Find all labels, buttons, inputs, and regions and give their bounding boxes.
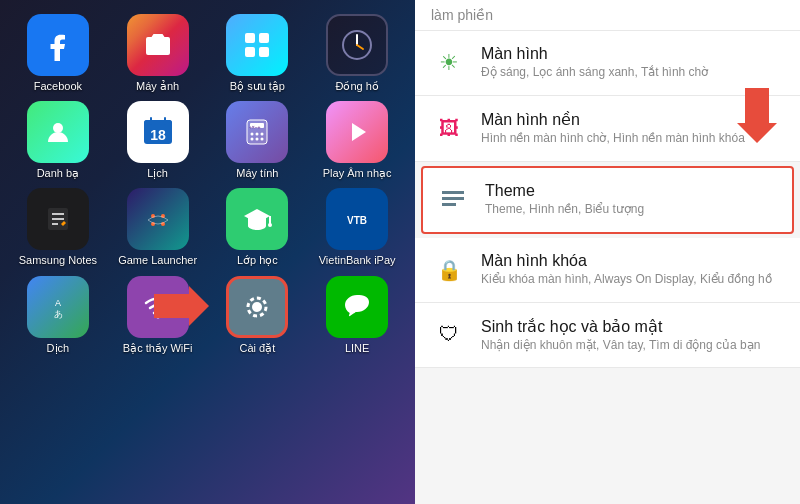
biometrics-text: Sinh trắc học và bảo mật Nhận diện khuôn… [481, 317, 760, 354]
app-vietinbank[interactable]: VTB VietinBank iPay [311, 188, 403, 267]
school-icon [226, 188, 288, 250]
contacts-icon [27, 101, 89, 163]
svg-point-18 [261, 133, 264, 136]
wallpaper-icon: 🖼 [439, 117, 459, 140]
theme-inner: Theme Theme, Hình nền, Biểu tượng [423, 168, 792, 232]
settings-display-item[interactable]: ☀ Màn hình Độ sáng, Lọc ánh sáng xanh, T… [415, 31, 800, 96]
svg-point-17 [256, 133, 259, 136]
biometrics-icon: 🛡 [439, 323, 459, 346]
svg-rect-0 [245, 33, 255, 43]
svg-text:÷×−+: ÷×−+ [249, 124, 261, 130]
biometrics-title: Sinh trắc học và bảo mật [481, 317, 760, 336]
svg-rect-42 [442, 191, 464, 194]
app-line[interactable]: LINE [311, 276, 403, 355]
wallpaper-title: Màn hình nền [481, 110, 745, 129]
lockscreen-subtitle: Kiểu khóa màn hình, Always On Display, K… [481, 272, 772, 288]
app-calculator[interactable]: ÷×−+ Máy tính [212, 101, 304, 180]
app-settings[interactable]: Cài đặt [212, 276, 304, 355]
settings-label: Cài đặt [240, 342, 276, 355]
calculator-icon: ÷×−+ [226, 101, 288, 163]
wallpaper-icon-wrap: 🖼 [431, 110, 467, 146]
theme-title: Theme [485, 182, 644, 200]
calculator-label: Máy tính [236, 167, 278, 180]
svg-text:A: A [55, 298, 61, 308]
gallery-label: Bộ sưu tập [230, 80, 285, 93]
app-music[interactable]: Play Âm nhạc [311, 101, 403, 180]
svg-point-21 [261, 138, 264, 141]
translate-icon: A あ [27, 276, 89, 338]
line-icon [326, 276, 388, 338]
theme-icon-wrap [435, 182, 471, 218]
svg-point-7 [53, 123, 63, 133]
svg-point-33 [268, 223, 272, 227]
svg-text:あ: あ [53, 309, 62, 319]
notes-icon [27, 188, 89, 250]
svg-text:18: 18 [150, 127, 166, 143]
svg-point-16 [251, 133, 254, 136]
calendar-icon: 18 [127, 101, 189, 163]
clock-icon [326, 14, 388, 76]
svg-rect-44 [442, 203, 456, 206]
app-contacts[interactable]: Danh bạ [12, 101, 104, 180]
settings-theme-highlighted[interactable]: Theme Theme, Hình nền, Biểu tượng [421, 166, 794, 234]
display-text: Màn hình Độ sáng, Lọc ánh sáng xanh, Tắt… [481, 45, 708, 81]
line-label: LINE [345, 342, 369, 355]
translate-label: Dịch [47, 342, 70, 355]
partial-text: làm phiền [431, 7, 493, 23]
clock-label: Đồng hồ [335, 80, 378, 93]
svg-text:VTB: VTB [347, 215, 367, 226]
wallpaper-subtitle: Hình nền màn hình chờ, Hình nền màn hình… [481, 131, 745, 147]
partial-item: làm phiền [415, 0, 800, 31]
vietinbank-icon: VTB [326, 188, 388, 250]
biometrics-icon-wrap: 🛡 [431, 317, 467, 353]
facebook-label: Facebook [34, 80, 82, 93]
app-translate[interactable]: A あ Dịch [12, 276, 104, 355]
display-title: Màn hình [481, 45, 708, 63]
app-facebook[interactable]: Facebook [12, 14, 104, 93]
svg-point-39 [252, 302, 262, 312]
app-clock[interactable]: Đồng hồ [311, 14, 403, 93]
game-label: Game Launcher [118, 254, 197, 267]
calendar-label: Lịch [147, 167, 168, 180]
wallpaper-text: Màn hình nền Hình nền màn hình chờ, Hình… [481, 110, 745, 147]
phone-screen: Facebook Máy ảnh Bộ sưu tập [0, 0, 415, 504]
gallery-icon [226, 14, 288, 76]
app-school[interactable]: Lớp học [212, 188, 304, 267]
lockscreen-title: Màn hình khóa [481, 252, 772, 270]
svg-line-6 [357, 45, 363, 49]
svg-rect-43 [442, 197, 464, 200]
lockscreen-text: Màn hình khóa Kiểu khóa màn hình, Always… [481, 252, 772, 288]
music-icon [326, 101, 388, 163]
svg-point-20 [256, 138, 259, 141]
svg-marker-41 [737, 88, 777, 143]
theme-text: Theme Theme, Hình nền, Biểu tượng [485, 182, 644, 218]
settings-biometrics-item[interactable]: 🛡 Sinh trắc học và bảo mật Nhận diện khu… [415, 303, 800, 369]
app-calendar[interactable]: 18 Lịch [112, 101, 204, 180]
svg-rect-2 [245, 47, 255, 57]
settings-icon [226, 276, 288, 338]
lockscreen-icon-wrap: 🔒 [431, 252, 467, 288]
settings-lockscreen-item[interactable]: 🔒 Màn hình khóa Kiểu khóa màn hình, Alwa… [415, 238, 800, 303]
wallpaper-wrapper: 🖼 Màn hình nền Hình nền màn hình chờ, Hì… [415, 96, 800, 162]
school-label: Lớp học [237, 254, 278, 267]
display-icon-wrap: ☀ [431, 45, 467, 81]
notes-label: Samsung Notes [19, 254, 97, 267]
wifi-label: Bậc thầy WiFi [123, 342, 193, 355]
svg-rect-3 [259, 47, 269, 57]
app-grid: Facebook Máy ảnh Bộ sưu tập [8, 10, 407, 359]
game-icon [127, 188, 189, 250]
contacts-label: Danh bạ [37, 167, 79, 180]
biometrics-subtitle: Nhận diện khuôn mặt, Vân tay, Tìm di độn… [481, 338, 760, 354]
app-camera[interactable]: Máy ảnh [112, 14, 204, 93]
svg-marker-23 [352, 123, 366, 141]
app-gallery[interactable]: Bộ sưu tập [212, 14, 304, 93]
arrow-down-icon [735, 88, 780, 143]
settings-panel: làm phiền ☀ Màn hình Độ sáng, Lọc ánh sá… [415, 0, 800, 504]
app-game[interactable]: Game Launcher [112, 188, 204, 267]
svg-rect-1 [259, 33, 269, 43]
svg-marker-38 [154, 286, 209, 326]
app-notes[interactable]: Samsung Notes [12, 188, 104, 267]
music-label: Play Âm nhạc [323, 167, 392, 180]
camera-label: Máy ảnh [136, 80, 179, 93]
svg-point-19 [251, 138, 254, 141]
